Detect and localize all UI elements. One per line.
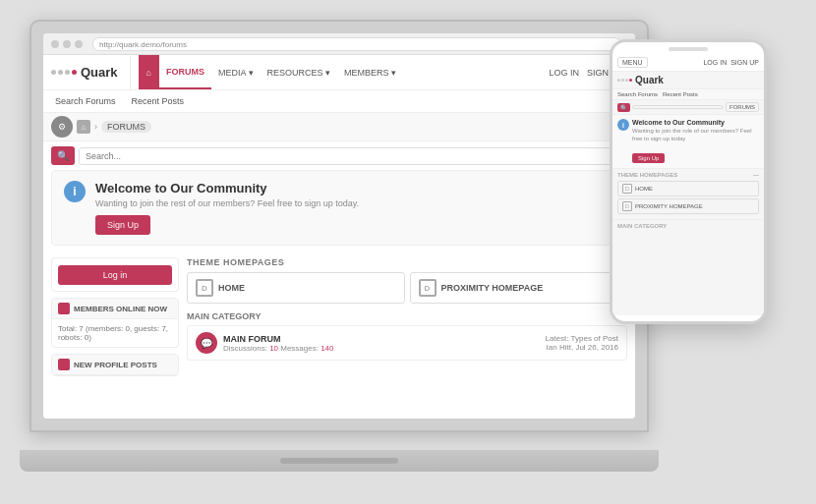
- nav-media[interactable]: MEDIA ▾: [211, 55, 261, 89]
- mobile-search-forums[interactable]: Search Forums: [617, 91, 658, 97]
- main-category-title: MAIN CATEGORY: [187, 311, 627, 321]
- sub-nav-recent-posts[interactable]: Recent Posts: [128, 94, 189, 108]
- members-icon: [58, 303, 70, 314]
- theme-proximity[interactable]: D PROXIMITY HOMEPAGE: [410, 272, 628, 304]
- welcome-subtitle: Wanting to join the rest of our members?…: [95, 198, 359, 208]
- laptop-base: [20, 450, 659, 472]
- mobile-speaker: [669, 47, 708, 51]
- mobile-login-btn[interactable]: LOG IN: [703, 59, 727, 66]
- welcome-signup-button[interactable]: Sign Up: [95, 215, 150, 235]
- nav-members[interactable]: MEMBERS ▾: [337, 55, 403, 89]
- nav-resources[interactable]: RESOURCES ▾: [261, 55, 338, 89]
- mobile-theme-proximity[interactable]: D PROXIMITY HOMEPAGE: [617, 198, 759, 214]
- nav-login[interactable]: LOG IN: [549, 68, 579, 78]
- search-bar: 🔍: [43, 141, 635, 170]
- breadcrumb-separator: ›: [94, 122, 97, 132]
- mobile-signup-btn[interactable]: SIGN UP: [730, 59, 759, 66]
- nav-menu: ⌂ FORUMS MEDIA ▾ RESOURCES ▾ MEMBERS ▾: [131, 55, 550, 89]
- logo-dot-accent: [72, 70, 77, 75]
- mobile-search-button[interactable]: 🔍: [617, 103, 630, 112]
- forum-item-latest: Latest: Types of Post Ian Hitt, Jul 26, …: [545, 334, 618, 352]
- site-logo[interactable]: Quark: [81, 65, 118, 80]
- mobile-signup-button[interactable]: Sign Up: [632, 153, 665, 163]
- latest-author: Ian Hitt, Jul 26, 2016: [545, 343, 618, 352]
- theme-proximity-icon: D: [419, 279, 437, 297]
- mobile-proximity-label: PROXIMITY HOMEPAGE: [635, 203, 703, 209]
- main-content: Log in MEMBERS ONLINE NOW Total: 7 (memb…: [43, 252, 635, 419]
- mobile-top-nav: MENU LOG IN SIGN UP: [612, 54, 764, 72]
- login-button[interactable]: Log in: [58, 265, 172, 285]
- mobile-category-title: MAIN CATEGORY: [617, 223, 759, 229]
- latest-post: Latest: Types of Post: [545, 334, 618, 343]
- laptop-mockup: http://quark.demo/forums: [29, 20, 659, 472]
- themes-section-title: THEME HOMEPAGES: [187, 257, 627, 267]
- mobile-nav-right: LOG IN SIGN UP: [703, 59, 759, 66]
- main-forum-item[interactable]: 💬 MAIN FORUM Discussions: 10 Messages: 1…: [187, 325, 627, 361]
- search-button[interactable]: 🔍: [51, 146, 75, 165]
- mobile-logo-dots: [617, 79, 632, 82]
- welcome-banner: i Welcome to Our Community Wanting to jo…: [51, 170, 627, 246]
- mobile-themes-title: THEME HOMEPAGES —: [617, 172, 759, 178]
- mobile-theme-home-icon: D: [622, 184, 632, 194]
- mobile-theme-proximity-icon: D: [622, 201, 632, 211]
- top-nav: Quark ⌂ FORUMS MEDIA ▾ RESOURCES ▾ MEMBE…: [43, 55, 635, 90]
- sub-nav: Search Forums Recent Posts: [43, 90, 635, 113]
- mobile-menu-button[interactable]: MENU: [617, 57, 648, 68]
- theme-grid: D HOME D PROXIMITY HOMEPAGE: [187, 272, 627, 304]
- new-profile-posts-header: NEW PROFILE POSTS: [52, 355, 178, 375]
- browser-chrome: http://quark.demo/forums: [43, 33, 635, 55]
- welcome-title: Welcome to Our Community: [95, 181, 359, 196]
- m-dot-3: [625, 79, 628, 82]
- discussions-count: 10: [269, 344, 278, 353]
- mobile-logo-area: Quark: [612, 72, 764, 89]
- m-dot-accent: [629, 79, 632, 82]
- m-dot-2: [621, 79, 624, 82]
- mobile-breadcrumb-forums: FORUMS: [726, 102, 759, 112]
- members-online-header: MEMBERS ONLINE NOW: [52, 299, 178, 319]
- logo-dot-3: [65, 70, 70, 75]
- browser-min-btn[interactable]: [63, 40, 71, 48]
- forum-item-meta: Discussions: 10 Messages: 140: [223, 344, 539, 353]
- mobile-logo[interactable]: Quark: [635, 75, 664, 85]
- laptop-screen: http://quark.demo/forums: [43, 33, 635, 419]
- theme-proximity-label: PROXIMITY HOMEPAGE: [441, 283, 544, 293]
- logo-area: Quark: [51, 55, 131, 89]
- sub-nav-search-forums[interactable]: Search Forums: [51, 94, 120, 108]
- forum-item-info: MAIN FORUM Discussions: 10 Messages: 140: [223, 334, 539, 353]
- mobile-info-icon: i: [617, 119, 629, 131]
- mobile-themes-toggle[interactable]: —: [753, 172, 759, 178]
- logo-dots: [51, 70, 77, 75]
- breadcrumb-home-icon[interactable]: ⌂: [77, 120, 90, 134]
- mobile-welcome-subtitle: Wanting to join the role of our members?…: [632, 128, 759, 143]
- messages-count: 140: [321, 344, 333, 353]
- browser-url-bar[interactable]: http://quark.demo/forums: [92, 37, 621, 51]
- main-category: MAIN CATEGORY 💬 MAIN FORUM Discussions: …: [187, 311, 627, 361]
- breadcrumb-forums[interactable]: FORUMS: [101, 121, 151, 133]
- new-profile-posts-widget: NEW PROFILE POSTS: [51, 354, 179, 376]
- new-profile-posts-title: NEW PROFILE POSTS: [74, 361, 157, 369]
- profile-posts-icon: [58, 359, 70, 370]
- mobile-search-input[interactable]: [632, 105, 724, 109]
- mobile-welcome: i Welcome to Our Community Wanting to jo…: [612, 115, 764, 169]
- mobile-sub-nav: Search Forums Recent Posts: [612, 89, 764, 100]
- members-online-title: MEMBERS ONLINE NOW: [74, 305, 167, 313]
- theme-home[interactable]: D HOME: [187, 272, 405, 304]
- breadcrumb-settings-icon[interactable]: ⚙: [51, 116, 73, 138]
- members-online-widget: MEMBERS ONLINE NOW Total: 7 (members: 0,…: [51, 298, 179, 348]
- mobile-main-category: MAIN CATEGORY: [612, 220, 764, 234]
- browser-close-btn[interactable]: [51, 40, 59, 48]
- theme-home-icon: D: [196, 279, 213, 297]
- nav-forums[interactable]: FORUMS: [159, 55, 211, 89]
- login-box: Log in: [51, 257, 179, 292]
- mobile-mockup: MENU LOG IN SIGN UP Quark Search Forums: [610, 39, 767, 324]
- logo-dot-2: [58, 70, 63, 75]
- theme-home-label: HOME: [218, 283, 245, 293]
- mobile-theme-home[interactable]: D HOME: [617, 181, 759, 196]
- scene: http://quark.demo/forums: [0, 0, 816, 504]
- nav-home[interactable]: ⌂: [139, 55, 159, 89]
- mobile-recent-posts[interactable]: Recent Posts: [663, 91, 698, 97]
- info-icon: i: [64, 181, 86, 202]
- sidebar: Log in MEMBERS ONLINE NOW Total: 7 (memb…: [51, 257, 179, 419]
- search-input[interactable]: [79, 147, 627, 165]
- browser-max-btn[interactable]: [75, 40, 83, 48]
